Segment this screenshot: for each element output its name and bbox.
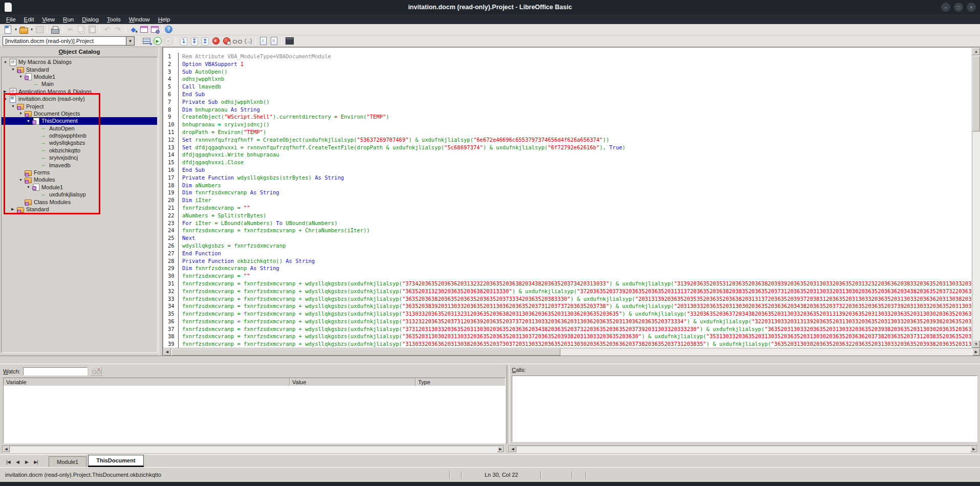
tree-item-class-modules[interactable]: Class Modules bbox=[2, 198, 157, 205]
minimize-button[interactable]: – bbox=[941, 3, 950, 12]
scroll-right-icon[interactable]: ▶ bbox=[497, 446, 504, 452]
remove-watch-button[interactable] bbox=[90, 366, 102, 376]
print-icon[interactable] bbox=[50, 25, 60, 34]
dialog-properties-icon[interactable] bbox=[149, 25, 160, 34]
horizontal-scrollbar-thumb[interactable] bbox=[171, 348, 560, 356]
menu-file[interactable]: File bbox=[2, 15, 20, 24]
scroll-down-icon[interactable]: ▼ bbox=[972, 340, 980, 348]
horizontal-scrollbar[interactable]: ◀ ▶ bbox=[163, 348, 980, 356]
new-document-icon[interactable] bbox=[3, 25, 13, 34]
menu-run[interactable]: Run bbox=[59, 15, 78, 24]
tree-item-lmavedb[interactable]: lmavedb bbox=[2, 161, 157, 168]
menu-tools[interactable]: Tools bbox=[103, 15, 125, 24]
tree-item-autoopen[interactable]: AutoOpen bbox=[2, 125, 157, 132]
tree-item-my-macros-dialogs[interactable]: ▼My Macros & Dialogs bbox=[2, 58, 157, 65]
tab-thisdocument[interactable]: ThisDocument bbox=[88, 455, 143, 467]
manage-breakpoints-icon[interactable] bbox=[221, 36, 232, 46]
step-out-icon[interactable]: ↥ bbox=[200, 36, 210, 46]
redo-icon[interactable]: ↷ bbox=[113, 25, 123, 34]
tree-item-module1[interactable]: ▼Module1 bbox=[2, 184, 157, 191]
next-tab-icon[interactable]: ▶ bbox=[23, 458, 31, 466]
calls-horizontal-scrollbar[interactable]: ◀▶ bbox=[509, 446, 978, 453]
tab-module1[interactable]: Module1 bbox=[49, 456, 86, 467]
menu-window[interactable]: Window bbox=[125, 15, 154, 24]
step-over-icon[interactable]: ⤵ bbox=[178, 36, 189, 46]
cut-icon[interactable]: ✂ bbox=[65, 25, 76, 34]
calls-list[interactable] bbox=[512, 375, 977, 442]
object-catalog-tree[interactable]: ▼My Macros & Dialogs▼Standard▼Module1Mai… bbox=[1, 57, 158, 353]
code-editor[interactable]: 1Rem Attribute VBA_ModuleType=VBADocumen… bbox=[163, 48, 972, 348]
maximize-button[interactable]: □ bbox=[954, 3, 963, 12]
menu-dialog[interactable]: Dialog bbox=[78, 15, 103, 24]
tree-item-standard[interactable]: ▼Standard bbox=[2, 65, 157, 73]
previous-tab-icon[interactable]: ◀ bbox=[13, 458, 21, 466]
breakpoint-icon[interactable] bbox=[210, 36, 221, 46]
vertical-scrollbar-thumb[interactable] bbox=[972, 56, 980, 131]
expand-icon[interactable]: ▶ bbox=[4, 90, 9, 94]
close-button[interactable]: × bbox=[967, 3, 976, 12]
tree-item-modules[interactable]: ▼Modules bbox=[2, 176, 157, 183]
new-document-icon[interactable]: ▾ bbox=[13, 25, 18, 34]
tree-item-project[interactable]: ▼Project bbox=[2, 102, 157, 109]
vertical-scrollbar[interactable]: ▲ ▼ bbox=[972, 48, 980, 348]
tree-item-thisdocument[interactable]: ▼ThisDocument bbox=[2, 117, 157, 124]
watch-horizontal-scrollbar[interactable]: ◀▶ bbox=[2, 446, 505, 453]
scroll-right-icon[interactable]: ▶ bbox=[972, 348, 980, 356]
tree-item-main[interactable]: Main bbox=[2, 80, 157, 87]
tree-item-application-macros-dialogs[interactable]: ▶Application Macros & Dialogs bbox=[2, 88, 157, 95]
tree-item-forms[interactable]: Forms bbox=[2, 169, 157, 176]
tree-item-standard[interactable]: ▶Standard bbox=[2, 206, 157, 213]
collapse-icon[interactable]: ▼ bbox=[4, 60, 9, 64]
vertical-splitter[interactable] bbox=[159, 47, 163, 356]
collapse-icon[interactable]: ▼ bbox=[19, 178, 25, 182]
horizontal-splitter[interactable] bbox=[0, 356, 980, 364]
collapse-icon[interactable]: ▼ bbox=[11, 68, 17, 71]
tree-item-wdysllqkgsbzs[interactable]: wdysllqkgsbzs bbox=[2, 139, 157, 146]
last-tab-icon[interactable]: ▶| bbox=[32, 458, 40, 466]
stop-icon[interactable]: ■ bbox=[163, 36, 173, 46]
step-into-icon[interactable]: ↧ bbox=[189, 36, 200, 46]
collapse-icon[interactable]: ▼ bbox=[19, 112, 25, 115]
collapse-icon[interactable]: ▼ bbox=[11, 104, 17, 108]
scroll-left-icon[interactable]: ◀ bbox=[163, 348, 171, 356]
tree-item-sryivxjsdncj[interactable]: sryivxjsdncj bbox=[2, 154, 157, 161]
collapse-icon[interactable]: ▼ bbox=[19, 75, 25, 78]
library-select-dropdown-icon[interactable]: ▼ bbox=[126, 37, 134, 45]
select-icon[interactable]: ◆ bbox=[128, 25, 139, 34]
save-source-as-icon[interactable] bbox=[269, 36, 279, 46]
collapse-icon[interactable]: ▼ bbox=[27, 119, 32, 123]
open-icon[interactable]: ▾ bbox=[29, 25, 34, 34]
library-select[interactable]: [invitation.docm (read-only)].Project ▼ bbox=[3, 36, 135, 46]
enable-watch-icon[interactable] bbox=[232, 36, 243, 46]
import-dialog-icon[interactable] bbox=[284, 36, 295, 46]
menu-edit[interactable]: Edit bbox=[20, 15, 38, 24]
scroll-left-icon[interactable]: ◀ bbox=[3, 446, 10, 452]
run-icon[interactable]: ▶ bbox=[152, 36, 163, 46]
tree-item-okbzichkqtto[interactable]: okbzichkqtto bbox=[2, 147, 157, 154]
collapse-icon[interactable]: ▼ bbox=[4, 97, 9, 101]
compile-icon[interactable] bbox=[141, 36, 152, 46]
menu-help[interactable]: Help bbox=[154, 15, 175, 24]
open-icon[interactable] bbox=[18, 25, 29, 34]
expand-icon[interactable]: ▶ bbox=[11, 207, 17, 211]
copy-icon[interactable] bbox=[76, 25, 86, 34]
save-icon[interactable] bbox=[34, 25, 45, 34]
tree-item-invitation-docm-read-only[interactable]: ▼invitation.docm (read-only) bbox=[2, 95, 157, 102]
menu-view[interactable]: View bbox=[38, 15, 59, 24]
first-tab-icon[interactable]: |◀ bbox=[4, 458, 12, 466]
tree-item-document-objects[interactable]: ▼Document Objects bbox=[2, 110, 157, 117]
watch-input[interactable] bbox=[23, 367, 88, 375]
tree-item-uxdufnkjlialsyp[interactable]: uxdufnkjlialsyp bbox=[2, 191, 157, 198]
find-parentheses-icon[interactable]: {→} bbox=[243, 36, 253, 46]
dialog-icon[interactable] bbox=[139, 25, 149, 34]
insert-source-text-icon[interactable] bbox=[258, 36, 269, 46]
tree-item-module1[interactable]: ▼Module1 bbox=[2, 73, 157, 80]
undo-icon[interactable]: ↶ bbox=[102, 25, 113, 34]
help-icon[interactable]: ? bbox=[165, 26, 172, 33]
watch-list[interactable] bbox=[3, 386, 506, 444]
scroll-up-icon[interactable]: ▲ bbox=[972, 48, 980, 55]
scroll-left-icon[interactable]: ◀ bbox=[509, 446, 516, 452]
paste-icon[interactable] bbox=[86, 25, 97, 34]
tree-item-odhsjwpphlxnb[interactable]: odhsjwpphlxnb bbox=[2, 132, 157, 139]
scroll-right-icon[interactable]: ▶ bbox=[970, 446, 977, 452]
